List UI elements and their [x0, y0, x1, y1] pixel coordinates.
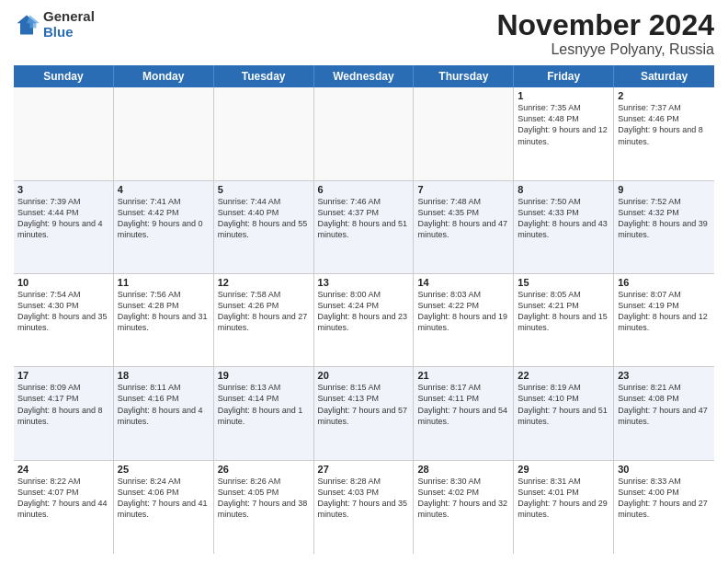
calendar-day: 17Sunrise: 8:09 AM Sunset: 4:17 PM Dayli…: [14, 367, 114, 459]
day-info: Sunrise: 8:21 AM Sunset: 4:08 PM Dayligh…: [618, 382, 711, 427]
calendar-day: 25Sunrise: 8:24 AM Sunset: 4:06 PM Dayli…: [114, 461, 214, 554]
day-info: Sunrise: 7:50 AM Sunset: 4:33 PM Dayligh…: [518, 196, 609, 241]
day-info: Sunrise: 8:22 AM Sunset: 4:07 PM Dayligh…: [17, 476, 109, 521]
calendar-day: 5Sunrise: 7:44 AM Sunset: 4:40 PM Daylig…: [214, 181, 314, 273]
weekday-header: Thursday: [414, 65, 514, 87]
calendar-empty: [314, 87, 415, 179]
day-number: 17: [17, 370, 109, 381]
day-info: Sunrise: 8:26 AM Sunset: 4:05 PM Dayligh…: [218, 476, 310, 521]
weekday-header: Friday: [514, 65, 614, 87]
calendar-day: 26Sunrise: 8:26 AM Sunset: 4:05 PM Dayli…: [214, 461, 314, 554]
day-number: 1: [518, 90, 609, 101]
calendar-day: 18Sunrise: 8:11 AM Sunset: 4:16 PM Dayli…: [114, 367, 214, 459]
day-info: Sunrise: 7:41 AM Sunset: 4:42 PM Dayligh…: [118, 196, 210, 241]
calendar-empty: [14, 87, 114, 179]
day-number: 3: [17, 184, 109, 195]
calendar: SundayMondayTuesdayWednesdayThursdayFrid…: [14, 65, 714, 554]
calendar-day: 6Sunrise: 7:46 AM Sunset: 4:37 PM Daylig…: [314, 181, 415, 273]
day-number: 30: [618, 464, 711, 475]
calendar-row: 3Sunrise: 7:39 AM Sunset: 4:44 PM Daylig…: [14, 181, 714, 274]
day-number: 26: [218, 464, 310, 475]
day-number: 24: [17, 464, 109, 475]
day-info: Sunrise: 8:05 AM Sunset: 4:21 PM Dayligh…: [518, 289, 609, 334]
calendar-day: 7Sunrise: 7:48 AM Sunset: 4:35 PM Daylig…: [414, 181, 514, 273]
day-info: Sunrise: 7:56 AM Sunset: 4:28 PM Dayligh…: [118, 289, 210, 334]
day-info: Sunrise: 7:54 AM Sunset: 4:30 PM Dayligh…: [17, 289, 109, 334]
day-number: 10: [17, 277, 109, 288]
day-info: Sunrise: 7:44 AM Sunset: 4:40 PM Dayligh…: [218, 196, 310, 241]
day-info: Sunrise: 7:46 AM Sunset: 4:37 PM Dayligh…: [318, 196, 410, 241]
calendar-day: 28Sunrise: 8:30 AM Sunset: 4:02 PM Dayli…: [414, 461, 514, 554]
day-info: Sunrise: 7:39 AM Sunset: 4:44 PM Dayligh…: [17, 196, 109, 241]
day-number: 6: [318, 184, 410, 195]
day-info: Sunrise: 8:28 AM Sunset: 4:03 PM Dayligh…: [318, 476, 410, 521]
calendar-day: 1Sunrise: 7:35 AM Sunset: 4:48 PM Daylig…: [514, 87, 614, 179]
day-number: 7: [417, 184, 509, 195]
day-info: Sunrise: 8:33 AM Sunset: 4:00 PM Dayligh…: [618, 476, 711, 521]
day-info: Sunrise: 8:31 AM Sunset: 4:01 PM Dayligh…: [518, 476, 609, 521]
day-number: 29: [518, 464, 609, 475]
day-info: Sunrise: 7:37 AM Sunset: 4:46 PM Dayligh…: [618, 102, 711, 147]
day-info: Sunrise: 8:30 AM Sunset: 4:02 PM Dayligh…: [417, 476, 509, 521]
weekday-header: Sunday: [14, 65, 114, 87]
day-number: 25: [118, 464, 210, 475]
day-number: 5: [218, 184, 310, 195]
logo: General Blue: [14, 9, 95, 40]
day-number: 15: [518, 277, 609, 288]
calendar-row: 24Sunrise: 8:22 AM Sunset: 4:07 PM Dayli…: [14, 461, 714, 554]
day-info: Sunrise: 8:19 AM Sunset: 4:10 PM Dayligh…: [518, 382, 609, 427]
calendar-body: 1Sunrise: 7:35 AM Sunset: 4:48 PM Daylig…: [14, 87, 714, 554]
calendar-day: 19Sunrise: 8:13 AM Sunset: 4:14 PM Dayli…: [214, 367, 314, 459]
day-number: 11: [118, 277, 210, 288]
page: General Blue November 2024 Lesnyye Polya…: [0, 0, 728, 563]
day-info: Sunrise: 7:52 AM Sunset: 4:32 PM Dayligh…: [618, 196, 711, 241]
weekday-header: Tuesday: [214, 65, 314, 87]
day-number: 19: [218, 370, 310, 381]
day-number: 28: [417, 464, 509, 475]
day-number: 13: [318, 277, 410, 288]
calendar-day: 20Sunrise: 8:15 AM Sunset: 4:13 PM Dayli…: [314, 367, 415, 459]
day-number: 23: [618, 370, 711, 381]
calendar-day: 24Sunrise: 8:22 AM Sunset: 4:07 PM Dayli…: [14, 461, 114, 554]
calendar-day: 9Sunrise: 7:52 AM Sunset: 4:32 PM Daylig…: [614, 181, 714, 273]
day-number: 4: [118, 184, 210, 195]
day-info: Sunrise: 8:09 AM Sunset: 4:17 PM Dayligh…: [17, 382, 109, 427]
month-title: November 2024: [496, 9, 714, 41]
calendar-day: 12Sunrise: 7:58 AM Sunset: 4:26 PM Dayli…: [214, 274, 314, 366]
day-number: 12: [218, 277, 310, 288]
day-info: Sunrise: 8:03 AM Sunset: 4:22 PM Dayligh…: [417, 289, 509, 334]
day-number: 27: [318, 464, 410, 475]
day-info: Sunrise: 8:24 AM Sunset: 4:06 PM Dayligh…: [118, 476, 210, 521]
weekday-header: Wednesday: [314, 65, 415, 87]
calendar-day: 2Sunrise: 7:37 AM Sunset: 4:46 PM Daylig…: [614, 87, 714, 179]
title-block: November 2024 Lesnyye Polyany, Russia: [496, 9, 714, 58]
weekday-header: Monday: [114, 65, 214, 87]
calendar-day: 3Sunrise: 7:39 AM Sunset: 4:44 PM Daylig…: [14, 181, 114, 273]
day-number: 14: [417, 277, 509, 288]
logo-text: General Blue: [43, 9, 95, 40]
calendar-empty: [214, 87, 314, 179]
weekday-header: Saturday: [614, 65, 714, 87]
day-info: Sunrise: 8:13 AM Sunset: 4:14 PM Dayligh…: [218, 382, 310, 427]
day-number: 2: [618, 90, 711, 101]
day-info: Sunrise: 7:48 AM Sunset: 4:35 PM Dayligh…: [417, 196, 509, 241]
calendar-day: 21Sunrise: 8:17 AM Sunset: 4:11 PM Dayli…: [414, 367, 514, 459]
day-info: Sunrise: 8:00 AM Sunset: 4:24 PM Dayligh…: [318, 289, 410, 334]
calendar-day: 10Sunrise: 7:54 AM Sunset: 4:30 PM Dayli…: [14, 274, 114, 366]
day-info: Sunrise: 8:15 AM Sunset: 4:13 PM Dayligh…: [318, 382, 410, 427]
day-info: Sunrise: 8:07 AM Sunset: 4:19 PM Dayligh…: [618, 289, 711, 334]
day-number: 20: [318, 370, 410, 381]
logo-icon: [14, 12, 40, 38]
logo-general-text: General: [43, 9, 95, 25]
calendar-empty: [114, 87, 214, 179]
calendar-day: 8Sunrise: 7:50 AM Sunset: 4:33 PM Daylig…: [514, 181, 614, 273]
location: Lesnyye Polyany, Russia: [496, 41, 714, 58]
calendar-row: 1Sunrise: 7:35 AM Sunset: 4:48 PM Daylig…: [14, 87, 714, 180]
day-number: 21: [417, 370, 509, 381]
calendar-day: 11Sunrise: 7:56 AM Sunset: 4:28 PM Dayli…: [114, 274, 214, 366]
day-info: Sunrise: 8:11 AM Sunset: 4:16 PM Dayligh…: [118, 382, 210, 427]
logo-blue-text: Blue: [43, 25, 95, 40]
calendar-day: 27Sunrise: 8:28 AM Sunset: 4:03 PM Dayli…: [314, 461, 415, 554]
calendar-row: 10Sunrise: 7:54 AM Sunset: 4:30 PM Dayli…: [14, 274, 714, 367]
calendar-day: 29Sunrise: 8:31 AM Sunset: 4:01 PM Dayli…: [514, 461, 614, 554]
